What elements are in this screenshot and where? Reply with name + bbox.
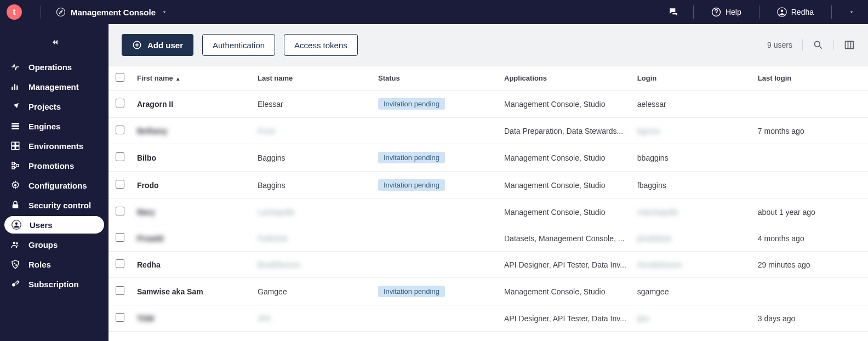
svg-point-18 — [15, 223, 18, 225]
user-count: 9 users — [767, 41, 792, 49]
sidebar-item-projects[interactable]: Projects — [0, 96, 108, 116]
table-row[interactable]: Samwise aka SamGamgeeInvitation pendingM… — [108, 278, 868, 305]
add-user-button[interactable]: Add user — [122, 34, 193, 56]
sidebar-item-subscription[interactable]: Subscription — [0, 274, 108, 294]
row-checkbox[interactable] — [116, 207, 124, 215]
cell-login: mlachapelle — [632, 199, 752, 225]
table-row[interactable]: ProaddPublishdDatasets, Management Conso… — [108, 225, 868, 252]
help-label: Help — [726, 8, 741, 16]
main-content: Add user Authentication Access tokens 9 … — [108, 24, 868, 341]
sidebar-item-configurations[interactable]: Configurations — [0, 175, 108, 195]
users-icon — [11, 220, 22, 230]
cell-last-login — [752, 144, 868, 172]
svg-rect-5 — [12, 87, 13, 90]
svg-point-19 — [13, 242, 16, 245]
row-checkbox[interactable] — [116, 180, 124, 189]
cell-status — [373, 305, 499, 332]
row-checkbox[interactable] — [116, 152, 124, 161]
cell-last-name: Lachapelle — [252, 199, 373, 225]
table-row[interactable]: Aragorn IIElessarInvitation pendingManag… — [108, 90, 868, 118]
status-badge: Invitation pending — [378, 98, 445, 110]
plus-circle-icon — [132, 40, 142, 50]
col-last-name[interactable]: Last name — [252, 66, 373, 90]
col-login[interactable]: Login — [632, 66, 752, 90]
app-logo[interactable]: t — [7, 4, 22, 20]
sidebar-item-management[interactable]: Management — [0, 77, 108, 96]
col-applications[interactable]: Applications — [499, 66, 632, 90]
cell-last-name: Baggins — [252, 144, 373, 172]
col-first-name[interactable]: First name▲ — [132, 66, 252, 90]
row-checkbox[interactable] — [116, 313, 124, 322]
divider — [802, 39, 803, 50]
cell-last-login: about 1 year ago — [752, 199, 868, 225]
divider — [41, 5, 41, 19]
svg-rect-10 — [12, 128, 19, 129]
help-icon — [711, 7, 721, 17]
table-row[interactable]: BethanyFrostData Preparation, Data Stewa… — [108, 118, 868, 144]
cell-login: aelessar — [632, 90, 752, 118]
topbar: t Management Console Help Redha — [0, 0, 868, 24]
table-row[interactable]: TOMJFKAPI Designer, API Tester, Data Inv… — [108, 305, 868, 332]
table-row[interactable]: FrodoBagginsInvitation pendingManagement… — [108, 172, 868, 199]
cell-last-name: Brodefesson — [252, 252, 373, 278]
cell-last-login: 29 minutes ago — [752, 252, 868, 278]
row-checkbox[interactable] — [116, 259, 124, 268]
sidebar-item-groups[interactable]: Groups — [0, 235, 108, 254]
cell-status: Invitation pending — [373, 172, 499, 199]
sidebar-item-operations[interactable]: Operations — [0, 57, 108, 77]
row-checkbox[interactable] — [116, 99, 124, 107]
configurations-icon — [10, 180, 21, 190]
chat-icon[interactable] — [664, 7, 683, 18]
sidebar-item-users[interactable]: Users — [4, 216, 104, 234]
col-status[interactable]: Status — [373, 66, 499, 90]
sidebar-item-roles[interactable]: Roles — [0, 254, 108, 274]
sort-asc-icon: ▲ — [175, 76, 181, 82]
columns-icon[interactable] — [844, 39, 855, 50]
row-checkbox[interactable] — [116, 126, 124, 134]
cell-last-login: 4 months ago — [752, 225, 868, 252]
cell-applications: Management Console, Studio — [499, 90, 632, 118]
sidebar-item-label: Projects — [28, 102, 61, 111]
environments-icon — [10, 141, 21, 151]
search-icon[interactable] — [813, 39, 824, 50]
cell-status — [373, 225, 499, 252]
compass-icon[interactable] — [51, 7, 71, 17]
cell-login: bgross — [632, 118, 752, 144]
access-tokens-button[interactable]: Access tokens — [284, 34, 358, 56]
cell-applications: Datasets, Management Console, ... — [499, 225, 632, 252]
table-row[interactable]: MaryLachapelleManagement Console, Studio… — [108, 199, 868, 225]
sidebar-item-environments[interactable]: Environments — [0, 136, 108, 156]
user-menu[interactable]: Redha — [769, 7, 821, 17]
cell-first-name: Mary — [132, 199, 252, 225]
row-checkbox[interactable] — [116, 286, 124, 295]
table-row[interactable]: RedhaBrodefessonAPI Designer, API Tester… — [108, 252, 868, 278]
select-all-checkbox[interactable] — [116, 73, 124, 82]
collapse-sidebar-button[interactable] — [0, 37, 108, 57]
cell-last-login — [752, 278, 868, 305]
status-badge: Invitation pending — [378, 286, 445, 297]
table-row[interactable]: BilboBagginsInvitation pendingManagement… — [108, 144, 868, 172]
divider — [831, 5, 832, 19]
cell-applications: Data Preparation, Data Stewards... — [499, 118, 632, 144]
help-link[interactable]: Help — [704, 7, 749, 17]
col-last-login[interactable]: Last login — [752, 66, 868, 90]
cell-first-name: Redha — [132, 252, 252, 278]
user-icon — [777, 7, 787, 17]
sidebar-item-engines[interactable]: Engines — [0, 116, 108, 136]
row-checkbox[interactable] — [116, 233, 124, 242]
svg-point-4 — [780, 10, 783, 13]
user-name: Redha — [791, 8, 814, 16]
app-selector[interactable]: Management Console — [71, 8, 168, 17]
sidebar-item-promotions[interactable]: Promotions — [0, 156, 108, 175]
divider — [693, 5, 694, 19]
projects-icon — [10, 101, 21, 111]
authentication-button[interactable]: Authentication — [202, 34, 275, 56]
svg-rect-8 — [12, 123, 19, 124]
sidebar-item-security-control[interactable]: Security control — [0, 195, 108, 215]
status-badge: Invitation pending — [378, 152, 445, 163]
cell-status: Invitation pending — [373, 90, 499, 118]
svg-point-22 — [15, 264, 17, 266]
chevron-down-icon[interactable] — [842, 9, 861, 15]
svg-rect-7 — [16, 86, 18, 90]
sidebar-item-label: Promotions — [28, 161, 74, 170]
